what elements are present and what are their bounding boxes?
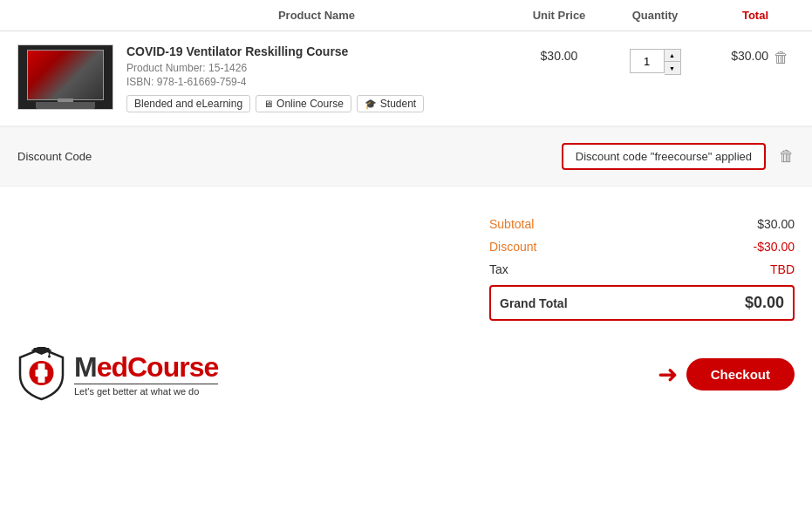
discount-section: Discount Code Discount code "freecourse"… [0,126,812,187]
table-header: Product Name Unit Price Quantity Total [0,0,812,31]
logo-tagline: Let's get better at what we do [74,384,218,397]
header-total: Total [699,9,768,22]
quantity-spinner: ▲ ▼ [665,49,681,75]
quantity-up-button[interactable]: ▲ [665,50,680,62]
monitor-icon: 🖥 [263,98,273,109]
product-delete-col: 🗑 [768,44,795,67]
product-row: COVID-19 Ventilator Reskilling Course Pr… [0,31,812,126]
tag-student: 🎓 Student [357,95,424,112]
product-delete-button[interactable]: 🗑 [774,49,789,67]
product-image [17,44,113,110]
header-product: Product Name [126,9,507,22]
quantity-down-button[interactable]: ▼ [665,62,680,74]
product-info: COVID-19 Ventilator Reskilling Course Pr… [126,44,507,112]
svg-rect-2 [38,363,45,383]
subtotal-label: Subtotal [489,217,534,231]
arrow-right-icon: ➜ [658,360,678,389]
checkout-button[interactable]: Checkout [686,358,795,391]
product-image-base [36,102,95,109]
discount-summary-value: -$30.00 [754,240,795,254]
quantity-stepper[interactable]: ▲ ▼ [630,49,681,75]
discount-applied-badge: Discount code "freecourse" applied [562,143,766,170]
summary-table: Subtotal $30.00 Discount -$30.00 Tax TBD… [489,213,795,321]
checkout-area: ➜ Checkout [658,358,795,391]
product-quantity-wrapper: ▲ ▼ [611,44,699,75]
product-isbn: ISBN: 978-1-61669-759-4 [126,76,507,88]
tag-blended: Blended and eLearning [126,95,250,112]
header-quantity: Quantity [611,9,699,22]
subtotal-value: $30.00 [757,217,795,231]
logo-text-area: MedCourse Let's get better at what we do [74,351,218,397]
discount-summary-label: Discount [489,240,536,254]
tax-value: TBD [770,262,795,276]
product-tags: Blended and eLearning 🖥 Online Course 🎓 … [126,95,507,112]
discount-delete-button[interactable]: 🗑 [779,147,795,166]
product-total: $30.00 [699,44,768,63]
order-summary: Subtotal $30.00 Discount -$30.00 Tax TBD… [0,195,812,329]
product-image-screen [27,50,104,100]
discount-row: Discount -$30.00 [489,235,795,258]
tax-label: Tax [489,262,508,276]
product-number: Product Number: 15-1426 [126,62,507,74]
tag-online: 🖥 Online Course [256,95,351,112]
product-unit-price: $30.00 [507,44,611,63]
grand-total-value: $0.00 [745,294,784,312]
discount-right: Discount code "freecourse" applied 🗑 [562,143,795,170]
svg-point-6 [48,356,51,358]
logo-brand-name: MedCourse [74,351,218,384]
grand-total-label: Grand Total [500,296,568,310]
product-title: COVID-19 Ventilator Reskilling Course [126,44,507,58]
grand-total-row: Grand Total $0.00 [489,285,795,321]
quantity-input[interactable] [630,49,665,73]
graduation-icon: 🎓 [365,98,377,110]
header-price: Unit Price [507,9,611,22]
logo-area: MedCourse Let's get better at what we do [17,347,218,401]
tax-row: Tax TBD [489,258,795,281]
discount-label: Discount Code [17,150,92,163]
footer-section: MedCourse Let's get better at what we do… [0,329,812,410]
logo-shield-icon [17,347,65,401]
subtotal-row: Subtotal $30.00 [489,213,795,235]
